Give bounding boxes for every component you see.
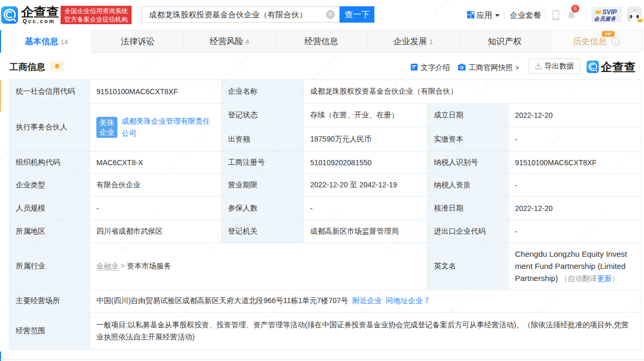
svg-text:i: i: [615, 39, 616, 45]
